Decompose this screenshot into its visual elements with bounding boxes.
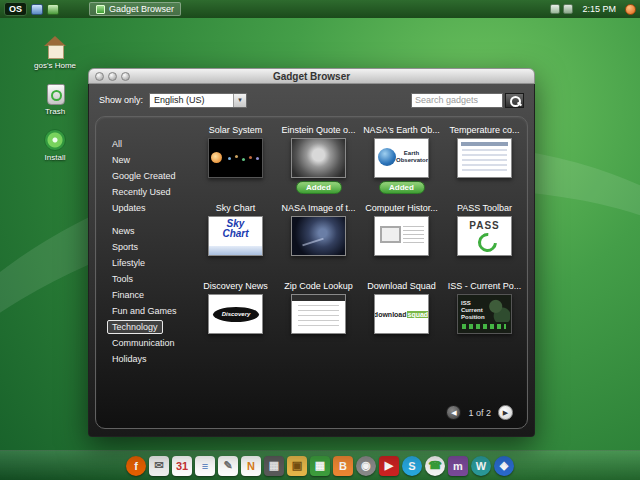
desktop-icon-glyph	[41, 128, 69, 152]
pagination: ◀ 1 of 2 ▶	[446, 405, 513, 420]
dock-icon[interactable]: ▶	[379, 456, 399, 476]
search-button[interactable]	[505, 93, 524, 108]
added-badge: Added	[379, 181, 425, 194]
gos-menu-button[interactable]: OS	[4, 2, 27, 16]
gadget-thumbnail[interactable]: PASS	[457, 216, 512, 256]
gadget-name: Zip Code Lookup	[277, 281, 360, 292]
gadget-name: Download Squad	[360, 281, 443, 292]
sidebar-item[interactable]: Technology	[107, 320, 163, 334]
gadget-name: Temperature co...	[443, 125, 526, 136]
gadget-browser-window: Gadget Browser Show only: English (US) ▾	[88, 68, 535, 437]
window-titlebar[interactable]: Gadget Browser	[88, 68, 535, 84]
sidebar-item[interactable]: News	[107, 224, 140, 238]
gadget-thumbnail-text: Sky Chart	[218, 219, 254, 239]
gadget-cell: Einstein Quote o... Added	[277, 125, 360, 203]
gadget-cell: NASA Image of t...	[277, 203, 360, 281]
dock-icon[interactable]: m	[448, 456, 468, 476]
sidebar-item[interactable]: New	[107, 153, 135, 167]
dock-icon[interactable]: ▦	[310, 456, 330, 476]
dock-icon[interactable]: 31	[172, 456, 192, 476]
page-indicator: 1 of 2	[468, 408, 491, 418]
sidebar-item[interactable]: Fun and Games	[107, 304, 182, 318]
next-page-button[interactable]: ▶	[498, 405, 513, 420]
dock: f ✉ 31 ≡ ✎ N ▦ ▣ ▦ B ◉ ▶ S ☎ m W	[0, 450, 640, 480]
gadget-thumbnail[interactable]: ISS Current Position	[457, 294, 512, 334]
gadget-thumbnail[interactable]	[208, 138, 263, 178]
sidebar: All New Google Created Recently Used Upd…	[107, 137, 199, 368]
sidebar-item[interactable]: Communication	[107, 336, 180, 350]
dock-icon[interactable]: ☎	[425, 456, 445, 476]
sidebar-item[interactable]: Lifestyle	[107, 256, 150, 270]
gadget-cell: Computer Histor...	[360, 203, 443, 281]
gadget-thumbnail[interactable]: Earth Observatory	[374, 138, 429, 178]
gadget-name: PASS Toolbar	[443, 203, 526, 214]
gadget-window-icon	[96, 5, 105, 14]
gadget-thumbnail[interactable]	[291, 294, 346, 334]
sidebar-top-group: All New Google Created Recently Used Upd…	[107, 137, 199, 215]
dock-icon[interactable]: ◉	[356, 456, 376, 476]
gadget-thumbnail[interactable]: Discovery	[208, 294, 263, 334]
gadget-thumbnail[interactable]: Sky Chart	[208, 216, 263, 256]
sidebar-item[interactable]: Tools	[107, 272, 138, 286]
desktop-icon[interactable]: Trash	[23, 82, 87, 116]
power-icon[interactable]	[625, 4, 636, 15]
gadget-cell: NASA's Earth Ob... Earth Observatory Add…	[360, 125, 443, 203]
gadget-thumbnail[interactable]	[291, 216, 346, 256]
desktop-icon[interactable]: gos's Home	[23, 36, 87, 70]
gadget-thumbnail-text: Discovery	[213, 311, 259, 317]
tray-icon[interactable]	[563, 4, 573, 14]
search-input[interactable]	[411, 93, 503, 108]
window-minimize-button[interactable]	[108, 72, 117, 81]
gadget-thumbnail[interactable]	[457, 138, 512, 178]
gadget-name: Computer Histor...	[360, 203, 443, 214]
gadget-thumbnail-text: ISS Current Position	[461, 300, 488, 322]
taskbar-window-button[interactable]: Gadget Browser	[89, 2, 181, 16]
desktop-icon-label: Trash	[23, 107, 87, 116]
show-desktop-icon[interactable]	[31, 4, 43, 15]
dock-icon[interactable]: W	[471, 456, 491, 476]
dock-icon[interactable]: ✎	[218, 456, 238, 476]
prev-page-button[interactable]: ◀	[446, 405, 461, 420]
gadget-thumbnail[interactable]: downloadsquad	[374, 294, 429, 334]
dock-icon[interactable]: ▣	[287, 456, 307, 476]
tray-icon[interactable]	[550, 4, 560, 14]
web-browser-icon[interactable]	[47, 4, 59, 15]
dock-icon[interactable]: N	[241, 456, 261, 476]
gadget-thumbnail[interactable]	[374, 216, 429, 256]
language-dropdown[interactable]: English (US) ▾	[149, 93, 247, 108]
sidebar-item[interactable]: Updates	[107, 201, 151, 215]
gadget-name: Solar System	[194, 125, 277, 136]
dropdown-arrow-icon[interactable]: ▾	[233, 94, 246, 107]
dock-icon[interactable]: ≡	[195, 456, 215, 476]
gadget-name: Sky Chart	[194, 203, 277, 214]
sidebar-item[interactable]: All	[107, 137, 127, 151]
added-badge: Added	[296, 181, 342, 194]
dock-icon[interactable]: ▦	[264, 456, 284, 476]
dock-icon[interactable]: f	[126, 456, 146, 476]
sidebar-item[interactable]: Google Created	[107, 169, 181, 183]
gadget-cell: Sky Chart Sky Chart	[194, 203, 277, 281]
gadget-cell: Solar System	[194, 125, 277, 203]
sidebar-item[interactable]: Finance	[107, 288, 149, 302]
gadget-cell: PASS Toolbar PASS	[443, 203, 526, 281]
search-box	[411, 93, 524, 108]
gadget-thumbnail[interactable]	[291, 138, 346, 178]
top-panel: OS Gadget Browser 2:15 PM	[0, 0, 640, 18]
dock-icon[interactable]: S	[402, 456, 422, 476]
desktop-icon-glyph	[41, 36, 69, 60]
gadget-cell: Temperature co...	[443, 125, 526, 203]
sidebar-item[interactable]: Sports	[107, 240, 143, 254]
gadget-thumbnail-text: Earth Observatory	[396, 150, 427, 164]
dock-icon[interactable]: B	[333, 456, 353, 476]
sidebar-item[interactable]: Recently Used	[107, 185, 176, 199]
dock-icon[interactable]: ◈	[494, 456, 514, 476]
desktop-icon[interactable]: Install	[23, 128, 87, 162]
window-body: Show only: English (US) ▾ All	[88, 84, 535, 437]
language-dropdown-value: English (US)	[154, 95, 205, 105]
window-maximize-button[interactable]	[121, 72, 130, 81]
gadget-name: NASA Image of t...	[277, 203, 360, 214]
sidebar-item[interactable]: Holidays	[107, 352, 152, 366]
window-close-button[interactable]	[95, 72, 104, 81]
gadget-cell: Zip Code Lookup	[277, 281, 360, 359]
dock-icon[interactable]: ✉	[149, 456, 169, 476]
